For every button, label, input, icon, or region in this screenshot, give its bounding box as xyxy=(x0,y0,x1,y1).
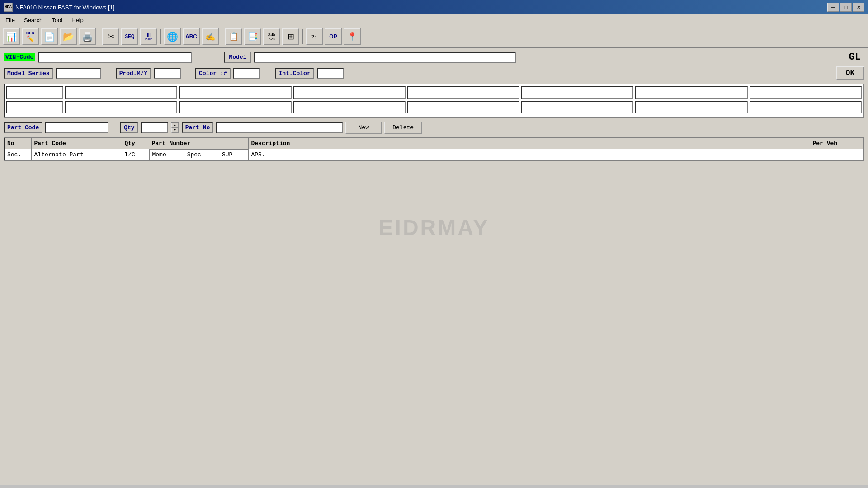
location-button[interactable]: 📍 xyxy=(344,28,361,45)
vin-code-label: VIN-Code xyxy=(4,53,35,61)
seq-button[interactable]: SEQ xyxy=(121,28,138,45)
main-content: EIDRMAY VIN-Code Model GL Model Series P… xyxy=(0,48,868,485)
qty-label: Qty xyxy=(120,122,138,133)
grid-row-b xyxy=(6,101,862,113)
model-input[interactable] xyxy=(254,52,516,63)
vin-code-input[interactable] xyxy=(38,52,192,63)
open-button[interactable]: 📂 xyxy=(60,28,77,45)
toolbar: 📊 CLR ✏️ 📄 📂 🖨️ ✂ SEQ ||| REF 🌐 ABC ✍ xyxy=(0,26,868,48)
window-title: NFA010 Nissan FAST for Windows [1] xyxy=(15,4,114,11)
menu-tool[interactable]: Tool xyxy=(48,15,66,25)
color-hash-input[interactable] xyxy=(233,68,260,79)
parts-table: No Part Code Qty Part Number Description… xyxy=(4,137,864,161)
cell-empty xyxy=(810,149,864,161)
title-bar: NFA NFA010 Nissan FAST for Windows [1] ─… xyxy=(0,0,868,14)
grid-cell-a1 xyxy=(6,86,63,99)
col-description: Description xyxy=(248,138,810,149)
diagram-icon[interactable]: 📊 xyxy=(3,28,20,45)
clr-button[interactable]: CLR ✏️ xyxy=(22,28,39,45)
grid-cell-a6 xyxy=(521,86,633,99)
col-per-veh: Per Veh xyxy=(810,138,864,149)
toolbar-separator-3 xyxy=(222,29,222,44)
new-document-button[interactable]: 📄 xyxy=(41,28,58,45)
qty-input[interactable] xyxy=(141,122,168,133)
col-no: No xyxy=(4,138,31,149)
prod-my-input[interactable] xyxy=(154,68,181,79)
qty-spinner[interactable]: ▲ ▼ xyxy=(171,122,179,133)
grid-cell-b3 xyxy=(179,101,291,113)
parts-list-button[interactable]: 📑 xyxy=(244,28,261,45)
close-button[interactable]: ✕ xyxy=(853,3,864,12)
grid-cell-a2 xyxy=(65,86,177,99)
new-button[interactable]: New xyxy=(345,122,382,134)
query-button[interactable]: ?↕ xyxy=(306,28,323,45)
int-color-input[interactable] xyxy=(317,68,344,79)
delete-button[interactable]: Delete xyxy=(384,122,422,134)
table-subheader-row: Sec. Alternate Part I/C Memo Spec SUP AP… xyxy=(4,149,864,161)
col-part-number: Part Number xyxy=(149,138,248,149)
grid-cell-a7 xyxy=(635,86,747,99)
table-header-row: No Part Code Qty Part Number Description… xyxy=(4,138,864,149)
model-series-input[interactable] xyxy=(56,68,101,79)
ref-button[interactable]: ||| REF xyxy=(140,28,157,45)
grid-cell-b2 xyxy=(65,101,177,113)
grid-cell-a5 xyxy=(407,86,519,99)
grid-button[interactable]: ⊞ xyxy=(282,28,299,45)
menu-bar: File Search Tool Help xyxy=(0,14,868,26)
toolbar-separator-4 xyxy=(302,29,303,44)
toolbar-separator-2 xyxy=(160,29,161,44)
model-series-label: Model Series xyxy=(4,68,53,79)
col-qty: Qty xyxy=(122,138,149,149)
watermark: EIDRMAY xyxy=(379,215,490,240)
cell-memo-spec-sup: Memo Spec SUP xyxy=(149,149,248,161)
menu-help[interactable]: Help xyxy=(68,15,87,25)
cell-aps: APS. xyxy=(248,149,810,161)
int-color-label: Int.Color xyxy=(275,68,314,79)
cell-alternate-part: Alternate Part xyxy=(31,149,122,161)
grid-cell-b5 xyxy=(407,101,519,113)
grid-cell-b1 xyxy=(6,101,63,113)
cut-icon[interactable]: ✂ xyxy=(102,28,119,45)
grid-cell-a3 xyxy=(179,86,291,99)
col-part-code: Part Code xyxy=(31,138,122,149)
minimize-button[interactable]: ─ xyxy=(827,3,839,12)
model-label: Model xyxy=(224,52,251,63)
app-icon: NFA xyxy=(4,3,13,12)
gl-label: GL xyxy=(849,52,864,63)
grid-row-a xyxy=(6,86,862,99)
restore-button[interactable]: □ xyxy=(840,3,852,12)
globe-icon[interactable]: 🌐 xyxy=(164,28,181,45)
op-button[interactable]: OP xyxy=(325,28,342,45)
print-button[interactable]: 🖨️ xyxy=(79,28,96,45)
prod-my-label: Prod.M/Y xyxy=(116,68,151,79)
sign-button[interactable]: ✍ xyxy=(202,28,219,45)
part-no-label: Part No xyxy=(182,122,214,133)
color-hash-label: Color :# xyxy=(195,68,231,79)
number-button[interactable]: 235 523 xyxy=(263,28,280,45)
menu-file[interactable]: File xyxy=(2,15,19,25)
part-code-input[interactable] xyxy=(45,122,108,133)
part-no-input[interactable] xyxy=(216,122,343,133)
ok-button[interactable]: OK xyxy=(836,66,864,80)
details-row: Model Series Prod.M/Y Color :# Int.Color… xyxy=(4,66,864,80)
part-code-label: Part Code xyxy=(4,122,42,133)
abc-button[interactable]: ABC xyxy=(183,28,200,45)
grid-cell-b7 xyxy=(635,101,747,113)
part-entry-row: Part Code Qty ▲ ▼ Part No New Delete xyxy=(4,122,864,134)
cell-sec: Sec. xyxy=(4,149,31,161)
grid-cell-a8 xyxy=(750,86,862,99)
grid-cell-b6 xyxy=(521,101,633,113)
menu-search[interactable]: Search xyxy=(20,15,46,25)
toolbar-separator-1 xyxy=(99,29,99,44)
grid-cell-a4 xyxy=(293,86,406,99)
grid-cell-b8 xyxy=(750,101,862,113)
doc-button[interactable]: 📋 xyxy=(225,28,242,45)
title-bar-left: NFA NFA010 Nissan FAST for Windows [1] xyxy=(4,3,114,12)
grid-cell-b4 xyxy=(293,101,406,113)
cell-ic: I/C xyxy=(122,149,149,161)
qty-spinner-down[interactable]: ▼ xyxy=(171,128,179,133)
vin-model-row: VIN-Code Model GL xyxy=(4,52,864,63)
window-controls: ─ □ ✕ xyxy=(827,3,864,12)
qty-spinner-up[interactable]: ▲ xyxy=(171,123,179,128)
